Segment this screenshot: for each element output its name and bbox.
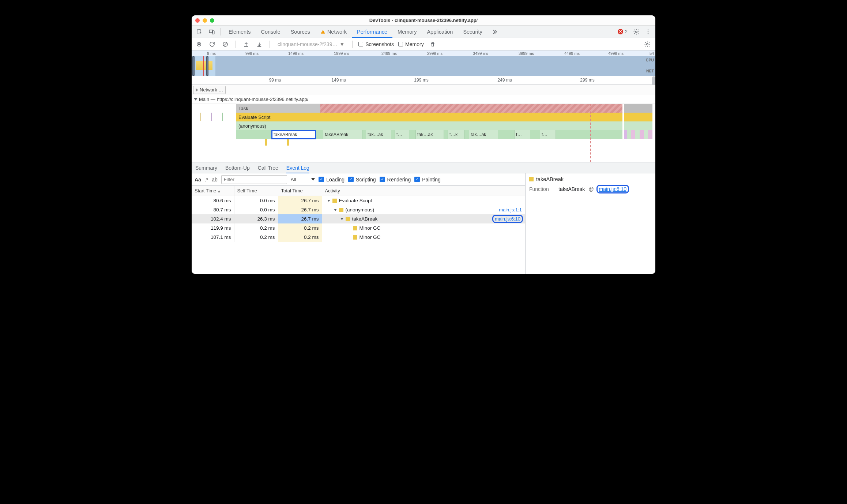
download-icon[interactable] [255,40,264,49]
record-icon[interactable] [195,40,203,49]
tab-sources[interactable]: Sources [286,26,315,38]
subtab-eventlog[interactable]: Event Log [286,162,309,173]
flame-calls-row: takeABreak takeABreak tak…ak t… tak…ak t… [236,130,622,139]
overview-handle-left[interactable] [192,56,195,76]
regex-toggle[interactable]: .* [205,177,208,183]
filter-painting[interactable]: ✓Painting [414,177,441,183]
activity-color-icon [353,226,357,230]
detail-at: @ [588,186,594,192]
col-activity[interactable]: Activity [322,186,525,196]
profile-selector[interactable]: clinquant-mousse-2f239… ▼ [276,40,346,48]
activity-label: Minor GC [359,225,381,231]
checkbox-icon [398,42,403,46]
overview-tick: 4499 ms [564,51,580,56]
svg-point-8 [648,33,649,34]
more-menu-icon[interactable] [643,26,653,37]
disclosure-icon[interactable] [327,200,330,202]
flame-bar-task[interactable]: Task [236,104,622,113]
disclosure-icon[interactable] [340,218,343,220]
overview-tick: 2499 ms [381,51,397,56]
svg-point-6 [648,29,649,30]
main-track-header[interactable]: Main — https://clinquant-mousse-2f2396.n… [192,95,655,104]
more-tabs-button[interactable] [489,26,500,37]
flame-call[interactable]: t… [395,130,409,139]
filter-scripting[interactable]: ✓Scripting [348,177,376,183]
screenshots-checkbox[interactable]: Screenshots [358,41,394,47]
overview-body[interactable] [192,56,655,76]
network-track-label[interactable]: Network … [193,86,226,94]
flame-call[interactable]: tak…ak [469,130,498,139]
rs-anon [624,121,652,130]
flame-call[interactable]: tak…ak [366,130,391,139]
col-selftime[interactable]: Self Time [234,186,278,196]
case-toggle[interactable]: Aa [195,177,201,183]
svg-point-5 [636,31,637,33]
flame-anonymous-label: (anonymous) [238,123,266,129]
filter-bar: Aa .* ab All ✓Loading ✓Scripting ✓Render… [192,173,525,186]
filter-duration-select[interactable]: All [291,177,315,182]
detail-ruler[interactable]: 99 ms 149 ms 199 ms 249 ms 299 ms [192,76,655,85]
inspect-icon[interactable] [194,26,205,37]
flame-call[interactable]: t…k [448,130,464,139]
filter-input[interactable] [221,175,287,184]
overview-net-label: NET [646,69,654,73]
settings-gear-icon[interactable] [631,26,641,37]
svg-point-12 [647,43,648,45]
activity-color-icon [332,199,337,203]
upload-icon[interactable] [242,40,251,49]
ov-shade [215,56,655,76]
flame-call-selected[interactable]: takeABreak [272,130,316,139]
clear-icon[interactable] [221,40,230,49]
flame-call[interactable]: takeABreak [323,130,362,139]
filter-loading[interactable]: ✓Loading [319,177,345,183]
table-row[interactable]: 80.6 ms0.0 ms26.7 msEvaluate Script [192,196,525,206]
table-row[interactable]: 107.1 ms0.2 ms0.2 msMinor GC [192,233,525,242]
memory-checkbox[interactable]: Memory [398,41,424,47]
filter-rendering[interactable]: ✓Rendering [380,177,411,183]
screenshots-label: Screenshots [365,41,394,47]
capture-settings-icon[interactable] [642,39,652,50]
filter-scripting-label: Scripting [356,177,376,183]
overview-handle-right[interactable] [206,56,208,76]
flame-gc-bar[interactable] [265,139,267,146]
tab-network[interactable]: Network [315,26,352,38]
subtab-summary[interactable]: Summary [195,162,217,173]
subtab-bottomup[interactable]: Bottom-Up [225,162,250,173]
tab-memory[interactable]: Memory [392,26,422,38]
source-link[interactable]: main.js:1:1 [499,207,522,212]
panel-tabs: Elements Console Sources Network Perform… [223,26,488,38]
table-row[interactable]: 119.9 ms0.2 ms0.2 msMinor GC [192,223,525,233]
wholeword-toggle[interactable]: ab [212,177,218,183]
flame-call[interactable]: tak…ak [415,130,444,139]
tab-security[interactable]: Security [458,26,487,38]
col-totaltime[interactable]: Total Time [278,186,322,196]
device-icon[interactable] [206,26,217,37]
flame-chart[interactable]: Task Evaluate Script (anonymous) takeABr… [192,104,655,162]
table-row[interactable]: 80.7 ms0.0 ms26.7 ms(anonymous)main.js:1… [192,205,525,214]
overview-timeline[interactable]: 9 ms 999 ms 1499 ms 1999 ms 2499 ms 2999… [192,50,655,76]
error-count: 2 [625,29,628,34]
detail-function-row: Function takeABreak @ main.js:6:10 [529,186,652,192]
error-badge[interactable]: ✕ 2 [616,29,630,34]
gc-icon[interactable] [428,40,437,49]
tab-elements[interactable]: Elements [223,26,256,38]
flame-bar-evaluate[interactable]: Evaluate Script [236,113,622,121]
reload-icon[interactable] [208,40,217,49]
disclosure-icon[interactable] [334,209,337,211]
flame-bar-anonymous[interactable]: (anonymous) [236,121,622,130]
subtab-calltree[interactable]: Call Tree [258,162,278,173]
activity-label: Minor GC [359,234,381,240]
flame-gc-bar[interactable] [287,139,289,146]
micro [222,113,223,121]
detail-function-label: Function [529,186,555,192]
network-track[interactable]: Network … [192,85,655,95]
flame-call[interactable]: t… [514,130,530,139]
source-link[interactable]: main.js:6:10 [493,216,522,222]
col-starttime[interactable]: Start Time [192,186,234,196]
tab-performance[interactable]: Performance [352,26,392,38]
tab-application[interactable]: Application [422,26,458,38]
detail-source-link[interactable]: main.js:6:10 [598,186,628,192]
flame-call[interactable]: t… [540,130,556,139]
tab-console[interactable]: Console [256,26,285,38]
table-row[interactable]: 102.4 ms26.3 ms26.7 mstakeABreakmain.js:… [192,214,525,223]
